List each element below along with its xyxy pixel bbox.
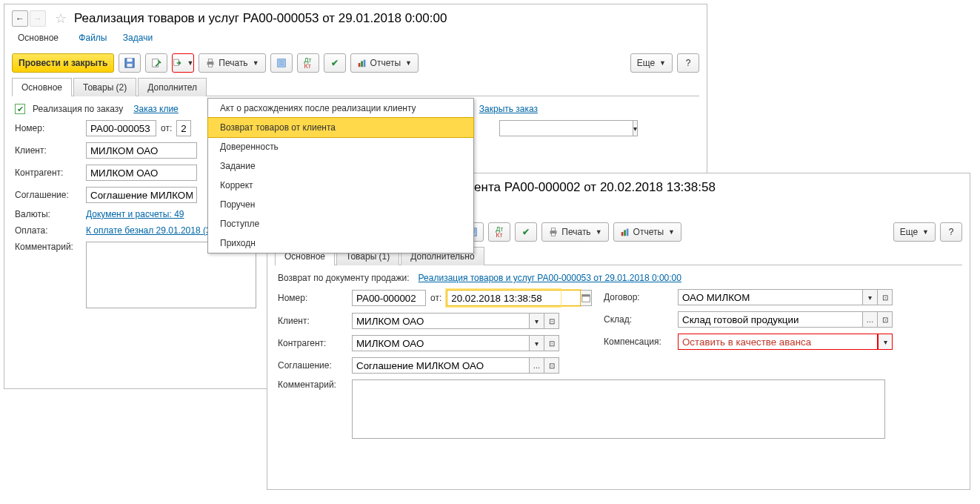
svg-rect-4 <box>174 59 179 65</box>
open-btn[interactable]: ⊡ <box>544 313 559 329</box>
close-order-link[interactable]: Закрыть заказ <box>479 104 538 114</box>
open-btn[interactable]: ⊡ <box>544 335 559 351</box>
create-based-on-menu: Акт о расхождениях после реализации клие… <box>207 98 474 253</box>
menu-item-task[interactable]: Задание <box>208 156 473 176</box>
help-button[interactable]: ? <box>677 53 699 73</box>
subnav-files[interactable]: Файлы <box>79 33 107 43</box>
titlebar: ← → ☆ Реализация товаров и услуг РА00-00… <box>4 4 707 33</box>
calendar-icon <box>581 293 591 303</box>
chart-icon <box>357 58 367 68</box>
dropdown-btn[interactable]: ▾ <box>530 335 544 351</box>
return-by-label: Возврат по документу продажи: <box>278 273 410 283</box>
agreement-input[interactable] <box>352 357 530 374</box>
compensation-input[interactable] <box>678 334 878 350</box>
check-button[interactable]: ✔ <box>324 53 346 73</box>
save-button[interactable] <box>119 53 141 73</box>
contragent-label: Контрагент: <box>278 338 347 348</box>
check-button[interactable]: ✔ <box>515 222 537 242</box>
caret-icon: ▼ <box>253 59 259 67</box>
empty-select[interactable]: ▾ <box>499 120 603 136</box>
menu-item-power-of-attorney[interactable]: Доверенность <box>208 137 473 156</box>
contract-input[interactable] <box>678 289 863 305</box>
reports-button[interactable]: Отчеты▼ <box>613 222 681 242</box>
list-icon <box>276 58 287 68</box>
open-btn[interactable]: ⊡ <box>878 289 893 305</box>
svg-rect-1 <box>127 59 133 62</box>
warehouse-input[interactable] <box>678 311 863 328</box>
menu-item-return[interactable]: Возврат товаров от клиента <box>208 118 473 137</box>
number-label: Номер: <box>278 293 347 303</box>
dropdown-btn[interactable]: ▾ <box>530 313 544 329</box>
number-input[interactable] <box>352 290 426 306</box>
from-label: от: <box>430 293 441 303</box>
svg-rect-2 <box>127 64 133 67</box>
date-input[interactable] <box>176 120 191 136</box>
print-button[interactable]: Печать▼ <box>541 222 608 242</box>
post-button[interactable] <box>145 53 167 73</box>
tab-goods[interactable]: Товары (2) <box>73 78 136 96</box>
menu-item-act[interactable]: Акт о расхождениях после реализации клие… <box>208 99 473 118</box>
nav-forward-button[interactable]: → <box>30 10 46 27</box>
floppy-icon <box>124 58 135 68</box>
tab-main[interactable]: Основное <box>12 78 72 96</box>
source-doc-link[interactable]: Реализация товаров и услуг РА00-000053 о… <box>419 273 681 283</box>
menu-item-receipt[interactable]: Поступле <box>208 214 473 233</box>
subnav-tasks[interactable]: Задачи <box>123 33 153 43</box>
number-label: Номер: <box>15 123 81 133</box>
date-input[interactable] <box>447 290 581 306</box>
open-btn[interactable]: ⊡ <box>544 357 559 374</box>
currency-link[interactable]: Документ и расчеты: 49 <box>86 209 184 219</box>
caret-icon: ▼ <box>596 228 602 236</box>
more-btn[interactable]: … <box>530 357 544 374</box>
printer-icon <box>548 227 559 237</box>
list-button[interactable] <box>270 53 293 73</box>
more-btn[interactable]: … <box>863 311 878 328</box>
by-order-checkbox[interactable]: ✔ <box>15 104 25 114</box>
caret-icon: ▼ <box>187 59 193 67</box>
reports-button[interactable]: Отчеты▼ <box>350 53 419 73</box>
number-input[interactable] <box>86 120 156 136</box>
create-based-on-button[interactable]: ▼ <box>172 53 194 73</box>
open-btn[interactable]: ⊡ <box>878 311 893 328</box>
warehouse-label: Склад: <box>604 314 673 325</box>
from-label: от: <box>161 123 172 133</box>
print-button[interactable]: Печать▼ <box>199 53 265 73</box>
window-title: Реализация товаров и услуг РА00-000053 о… <box>74 11 447 26</box>
nav-back-button[interactable]: ← <box>12 10 28 27</box>
favorite-star-icon[interactable]: ☆ <box>55 10 67 27</box>
payment-label: Оплата: <box>15 225 81 236</box>
post-and-close-button[interactable]: Провести и закрыть <box>12 53 114 73</box>
subnav: Основное Файлы Задачи <box>4 33 707 49</box>
menu-item-order[interactable]: Поручен <box>208 195 473 214</box>
doc-arrow-icon <box>173 58 182 68</box>
contragent-input[interactable] <box>352 335 530 351</box>
agreement-input[interactable] <box>86 187 197 203</box>
dropdown-btn[interactable]: ▾ <box>863 289 878 305</box>
svg-rect-7 <box>209 64 213 67</box>
chart-icon <box>620 227 630 237</box>
calendar-btn[interactable] <box>581 290 592 306</box>
dtkt-icon: ДтКт <box>304 57 311 69</box>
contragent-input[interactable] <box>86 165 197 181</box>
dtkt-button[interactable]: ДтКт <box>297 53 319 73</box>
svg-rect-13 <box>361 61 363 67</box>
more-button[interactable]: Еще▼ <box>893 222 936 242</box>
menu-item-income[interactable]: Приходн <box>208 233 473 253</box>
comment-label: Комментарий: <box>15 242 81 252</box>
contragent-label: Контрагент: <box>15 168 81 178</box>
tabs: Основное Товары (2) Дополнител <box>12 77 699 96</box>
tab-extra[interactable]: Дополнител <box>138 78 207 96</box>
dropdown-btn[interactable]: ▾ <box>633 120 638 136</box>
dtkt-button[interactable]: ДтКт <box>488 222 510 242</box>
svg-rect-12 <box>358 63 360 67</box>
comment-textarea[interactable] <box>352 379 885 439</box>
svg-rect-6 <box>209 59 213 62</box>
order-link[interactable]: Заказ клие <box>133 104 179 114</box>
dropdown-btn[interactable]: ▾ <box>878 334 893 350</box>
client-input[interactable] <box>352 313 530 329</box>
menu-item-correction[interactable]: Коррект <box>208 176 473 195</box>
client-input[interactable] <box>86 142 197 159</box>
help-button[interactable]: ? <box>940 222 962 242</box>
more-button[interactable]: Еще▼ <box>630 53 673 73</box>
subnav-main[interactable]: Основное <box>13 30 63 45</box>
